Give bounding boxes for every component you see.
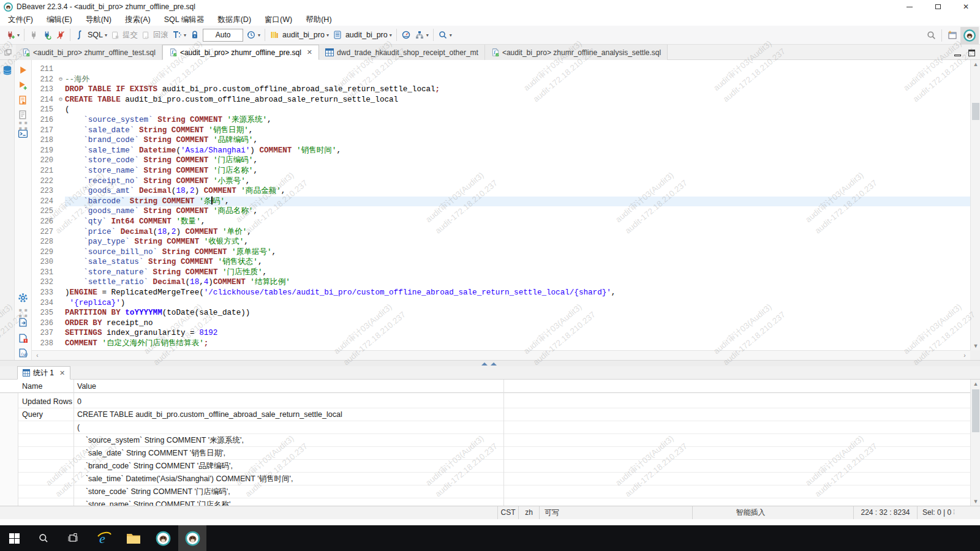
menu-item-6[interactable]: 窗口(W) [258,13,299,26]
scroll-left-icon[interactable]: ‹ [33,351,42,361]
scroll-up-icon[interactable]: ▲ [971,60,980,69]
code-text[interactable]: `price` Decimal(18,2) COMMENT '单价', [65,227,970,238]
code-line-224[interactable]: 224 `barcode` String COMMENT '条码', [32,197,970,207]
table-row[interactable]: `sale_date` String COMMENT '销售日期', [18,447,970,460]
execute-new-tab-icon[interactable] [18,80,29,91]
code-line-217[interactable]: 217 `sale_date` String COMMENT '销售日期', [32,126,970,136]
row-name-cell[interactable] [18,447,74,460]
code-text[interactable]: `sale_date` String COMMENT '销售日期', [65,126,970,136]
close-icon[interactable]: ✕ [59,369,65,377]
execute-script-icon[interactable] [18,95,29,106]
menu-item-3[interactable]: 搜索(A) [118,13,157,26]
row-name-cell[interactable] [18,421,74,434]
menu-item-0[interactable]: 文件(F) [1,13,40,26]
row-value-cell[interactable]: `store_code` String COMMENT '门店编码', [74,485,970,498]
table-row[interactable]: `brand_code` String COMMENT '品牌编码', [18,460,970,473]
code-line-238[interactable]: 238COMMENT '自定义海外门店销售结算表'; [32,339,970,349]
code-text[interactable]: `source_bill_no` String COMMENT '原单据号', [65,247,970,258]
status-insert-mode[interactable]: 智能插入 [692,506,809,520]
code-text[interactable]: `goods_name` String COMMENT '商品名称', [65,206,970,217]
maximize-view-icon[interactable] [968,48,975,59]
tab-2[interactable]: dwd_trade_hkaudit_shop_receipt_other_mt [319,45,485,60]
quick-search-icon[interactable] [926,30,937,40]
scroll-up-icon[interactable]: ▲ [971,380,980,388]
transaction-log-button[interactable]: ▾ [244,28,262,43]
schema-selector[interactable]: audit_bi_pro ▾ [331,28,394,43]
code-text[interactable]: `store_name` String COMMENT '门店名称', [65,166,970,176]
code-text[interactable]: `settle_ratio` Decimal(18,4)COMMENT '结算比… [65,277,970,288]
status-writable[interactable]: 可写 [539,506,692,520]
menu-item-2[interactable]: 导航(N) [79,13,118,26]
code-text[interactable]: `qty` Int64 COMMENT '数量', [65,217,970,227]
column-divider[interactable] [503,380,504,506]
scrollbar-thumb[interactable] [972,389,979,432]
code-line-236[interactable]: 236ORDER BY receipt_no [32,318,970,329]
menu-item-1[interactable]: 编辑(E) [40,13,79,26]
status-language[interactable]: zh [518,506,539,520]
table-row[interactable]: `source_system` String COMMENT '来源系统', [18,434,970,447]
code-line-226[interactable]: 226 `qty` Int64 COMMENT '数量', [32,217,970,227]
code-line-231[interactable]: 231 `store_nature` String COMMENT '门店性质'… [32,268,970,278]
code-text[interactable]: `sale_time` Datetime('Asia/Shanghai') CO… [65,146,970,156]
code-line-218[interactable]: 218 `brand_code` String COMMENT '品牌编码', [32,135,970,146]
tab-3[interactable]: <audit_bi_pro> zhumr_offline_analysis_se… [485,45,668,60]
row-value-cell[interactable]: `sale_time` Datetime('Asia/Shanghai') CO… [74,473,970,485]
results-vertical-scrollbar[interactable]: ▲ ▼ [970,380,980,506]
column-header-name[interactable]: Name [18,380,74,393]
code-line-213[interactable]: 213DROP TABLE IF EXISTS audit_bi_pro.cus… [32,84,970,95]
code-text[interactable]: COMMENT '自定义海外门店销售结算表'; [65,339,970,349]
row-name-cell[interactable]: Updated Rows [18,395,74,408]
internet-explorer-button[interactable]: e [90,525,118,551]
code-text[interactable]: --海外 [65,75,970,85]
window-maximize-button[interactable] [924,0,952,13]
code-line-215[interactable]: 215( [32,105,970,115]
code-text[interactable]: `barcode` String COMMENT '条码', [65,197,970,207]
code-line-214[interactable]: 214⊖CREATE TABLE audit_bi_pro.custom_off… [32,95,970,105]
taskbar-search-button[interactable] [29,525,58,551]
scroll-down-icon[interactable]: ▼ [971,342,980,350]
code-line-228[interactable]: 228 `pay_type` String COMMENT '收银方式', [32,237,970,247]
column-divider[interactable] [74,380,74,506]
table-row[interactable]: ( [18,421,970,434]
row-name-cell[interactable] [18,434,74,447]
table-row[interactable]: QueryCREATE TABLE audit_bi_pro.custom_of… [18,408,970,421]
status-timezone[interactable]: CST [497,506,518,520]
perspective-icon[interactable] [947,30,958,41]
row-value-cell[interactable]: `store_name` String COMMENT '门店名称', [74,498,970,506]
code-text[interactable]: `goods_amt` Decimal(18,2) COMMENT '商品金额'… [65,186,970,197]
task-view-button[interactable] [59,525,87,551]
code-line-237[interactable]: 237SETTINGS index_granularity = 8192 [32,328,970,339]
row-value-cell[interactable]: `sale_date` String COMMENT '销售日期', [74,447,970,460]
statistics-grid[interactable]: Name Value Updated Rows0QueryCREATE TABL… [0,380,970,506]
lock-button[interactable] [188,28,202,43]
tab-0[interactable]: <audit_bi_pro> zhumr_offline_test.sql [16,45,162,60]
editor-vertical-scrollbar[interactable]: ▲ ▼ [970,60,980,350]
tab-statistics[interactable]: 统计 1 ✕ [17,366,70,380]
commit-button[interactable]: 提交 [109,28,140,43]
code-text[interactable] [65,64,970,75]
code-text[interactable]: `source_system` String COMMENT '来源系统', [65,115,970,126]
dbeaver-profile-button[interactable] [960,27,979,44]
row-name-cell[interactable] [18,473,74,485]
code-line-235[interactable]: 235PARTITION BY toYYYYMM(toDate(sale_dat… [32,308,970,318]
status-caret-position[interactable]: 224 : 32 : 8234 [853,506,917,520]
table-row[interactable]: `store_name` String COMMENT '门店名称', [18,498,970,506]
restore-panel-icon[interactable] [0,45,16,60]
scroll-right-icon[interactable]: › [960,351,969,361]
code-text[interactable]: `brand_code` String COMMENT '品牌编码', [65,135,970,146]
code-text[interactable]: CREATE TABLE audit_bi_pro.custom_offline… [65,95,970,105]
code-line-225[interactable]: 225 `goods_name` String COMMENT '商品名称', [32,206,970,217]
sash-collapse-up-icon[interactable] [481,362,488,365]
transaction-mode-button[interactable]: ▾ [170,28,188,43]
row-value-cell[interactable]: CREATE TABLE audit_bi_pro.custom_offline… [74,408,970,421]
code-text[interactable]: `sale_status` String COMMENT '销售状态', [65,257,970,268]
connect-button[interactable] [27,28,40,43]
code-text[interactable]: )ENGINE = ReplicatedMergeTree('/clickhou… [65,288,970,298]
code-text[interactable]: ORDER BY receipt_no [65,318,970,329]
connection-selector[interactable]: audit_bi_pro ▾ [268,28,331,43]
explain-plan-icon[interactable] [18,110,29,121]
row-value-cell[interactable]: `source_system` String COMMENT '来源系统', [74,434,970,447]
window-close-button[interactable]: ✕ [952,0,980,13]
minimize-view-icon[interactable] [954,48,961,59]
code-line-232[interactable]: 232 `settle_ratio` Decimal(18,4)COMMENT … [32,277,970,288]
